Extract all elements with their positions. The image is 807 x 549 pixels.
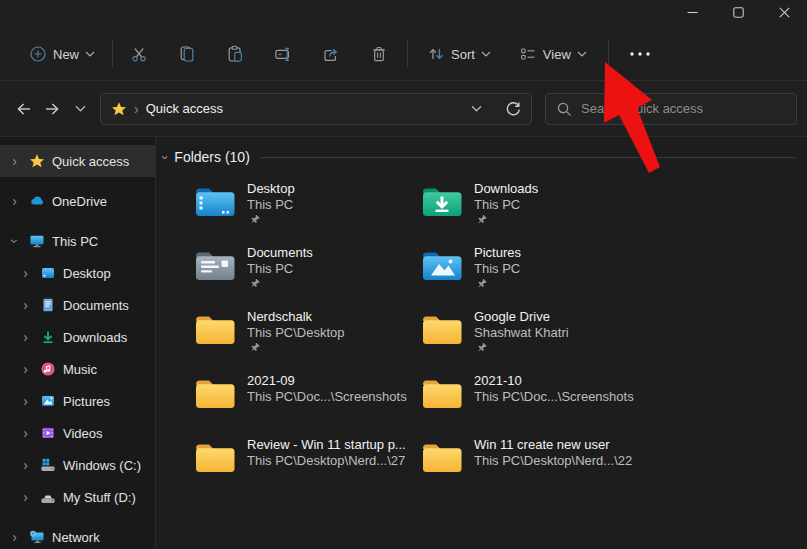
copy-button[interactable] xyxy=(163,38,211,70)
sidebar-item-desktop[interactable]: › Desktop xyxy=(0,257,155,289)
expand-chevron-icon[interactable]: › xyxy=(19,362,32,376)
content-pane: › Folders (10) xyxy=(156,137,807,549)
sidebar-item-label: Quick access xyxy=(52,154,129,169)
breadcrumb-location[interactable]: Quick access xyxy=(146,101,223,116)
copy-icon xyxy=(178,45,196,63)
folders-group-title: Folders (10) xyxy=(174,149,249,165)
folder-item-win-11-create-new-user[interactable]: Win 11 create new user This PC\Desktop\N… xyxy=(420,437,647,483)
folder-path: This PC\Doc...\Screenshots xyxy=(247,389,407,405)
expand-chevron-icon[interactable]: › xyxy=(19,458,32,472)
video-icon xyxy=(39,425,56,441)
back-button[interactable] xyxy=(10,94,38,124)
folder-path: This PC\Doc...\Screenshots xyxy=(474,389,634,405)
paste-button[interactable] xyxy=(211,38,259,70)
rename-button[interactable] xyxy=(259,38,307,70)
expand-chevron-icon[interactable]: › xyxy=(19,426,32,440)
folder-path: This PC\Desktop xyxy=(247,325,345,341)
close-button[interactable] xyxy=(761,0,807,24)
expand-chevron-icon[interactable]: › xyxy=(8,154,21,168)
chevron-down-icon xyxy=(75,105,86,112)
address-dropdown-chevron-icon[interactable] xyxy=(471,105,482,112)
search-box[interactable] xyxy=(545,93,797,125)
pin-icon xyxy=(474,214,488,227)
folder-item-documents[interactable]: Documents This PC xyxy=(193,245,420,291)
pin-icon xyxy=(474,342,488,355)
sidebar-item-pictures[interactable]: › Pictures xyxy=(0,385,155,417)
view-button[interactable]: View xyxy=(510,38,596,70)
breadcrumb-chevron: › xyxy=(134,102,139,116)
forward-button[interactable] xyxy=(38,94,66,124)
folder-item-2021-09[interactable]: 2021-09 This PC\Doc...\Screenshots xyxy=(193,373,420,419)
cut-button[interactable] xyxy=(115,38,163,70)
sidebar-item-my-stuff-d[interactable]: › My Stuff (D:) xyxy=(0,481,155,513)
sidebar-item-onedrive[interactable]: › OneDrive xyxy=(0,185,155,217)
sidebar-item-quick-access[interactable]: › Quick access xyxy=(0,145,155,177)
sidebar-item-videos[interactable]: › Videos xyxy=(0,417,155,449)
sidebar-item-windows-c[interactable]: › Windows (C:) xyxy=(0,449,155,481)
sidebar-item-network[interactable]: › Network xyxy=(0,521,155,549)
share-button[interactable] xyxy=(307,38,355,70)
command-bar: New xyxy=(0,28,807,81)
collapse-chevron-icon[interactable]: › xyxy=(8,235,22,248)
refresh-icon[interactable] xyxy=(505,101,521,117)
toolbar-divider xyxy=(112,41,113,67)
folder-icon xyxy=(420,375,464,411)
expand-chevron-icon[interactable]: › xyxy=(19,394,32,408)
folders-grid: Desktop This PC xyxy=(193,181,795,483)
chevron-down-icon xyxy=(85,51,95,57)
more-options-button[interactable] xyxy=(617,44,663,64)
folder-item-review-win-11-startup[interactable]: Review - Win 11 startup p... This PC\Des… xyxy=(193,437,420,483)
folder-name: Review - Win 11 startup p... xyxy=(247,437,406,453)
pictures-folder-icon xyxy=(420,247,464,283)
expand-chevron-icon[interactable]: › xyxy=(19,298,32,312)
new-button[interactable]: New xyxy=(20,38,104,70)
chevron-down-icon xyxy=(481,51,491,57)
trash-icon xyxy=(370,45,388,63)
folder-item-downloads[interactable]: Downloads This PC xyxy=(420,181,647,227)
address-bar[interactable]: › Quick access xyxy=(100,93,532,125)
title-bar xyxy=(0,0,807,28)
folder-path: Shashwat Khatri xyxy=(474,325,569,341)
group-header-divider xyxy=(260,157,795,158)
sort-button-label: Sort xyxy=(451,47,475,62)
desktop-icon xyxy=(39,265,56,281)
folder-icon xyxy=(193,311,237,347)
folder-name: Desktop xyxy=(247,181,295,197)
download-icon xyxy=(39,329,56,345)
minimize-button[interactable] xyxy=(669,0,715,24)
chevron-down-icon xyxy=(577,51,587,57)
folder-item-google-drive[interactable]: Google Drive Shashwat Khatri xyxy=(420,309,647,355)
paste-icon xyxy=(226,45,244,63)
folder-icon xyxy=(420,311,464,347)
folder-path: This PC xyxy=(474,197,538,213)
expand-chevron-icon[interactable]: › xyxy=(8,530,21,544)
folder-item-2021-10[interactable]: 2021-10 This PC\Doc...\Screenshots xyxy=(420,373,647,419)
minimize-icon xyxy=(687,7,698,18)
search-icon xyxy=(556,101,572,117)
arrow-right-icon xyxy=(43,100,61,118)
expand-chevron-icon[interactable]: › xyxy=(19,490,32,504)
file-explorer-window: New xyxy=(0,0,807,549)
folder-path: This PC xyxy=(247,261,313,277)
expand-chevron-icon[interactable]: › xyxy=(8,194,21,208)
folder-name: Downloads xyxy=(474,181,538,197)
maximize-icon xyxy=(733,7,744,18)
group-collapse-chevron-icon[interactable]: › xyxy=(158,155,173,159)
view-icon xyxy=(519,45,537,63)
maximize-button[interactable] xyxy=(715,0,761,24)
sidebar-item-music[interactable]: › Music xyxy=(0,353,155,385)
sidebar-item-label: Downloads xyxy=(63,330,127,345)
sidebar-item-documents[interactable]: › Documents xyxy=(0,289,155,321)
search-input[interactable] xyxy=(581,101,786,116)
recent-locations-button[interactable] xyxy=(66,94,94,124)
folder-item-nerdschalk[interactable]: Nerdschalk This PC\Desktop xyxy=(193,309,420,355)
sidebar-item-this-pc[interactable]: › This PC xyxy=(0,225,155,257)
picture-icon xyxy=(39,393,56,409)
delete-button[interactable] xyxy=(355,38,403,70)
folder-item-desktop[interactable]: Desktop This PC xyxy=(193,181,420,227)
sidebar-item-downloads[interactable]: › Downloads xyxy=(0,321,155,353)
folder-item-pictures[interactable]: Pictures This PC xyxy=(420,245,647,291)
sort-button[interactable]: Sort xyxy=(418,38,500,70)
expand-chevron-icon[interactable]: › xyxy=(19,330,32,344)
expand-chevron-icon[interactable]: › xyxy=(19,266,32,280)
